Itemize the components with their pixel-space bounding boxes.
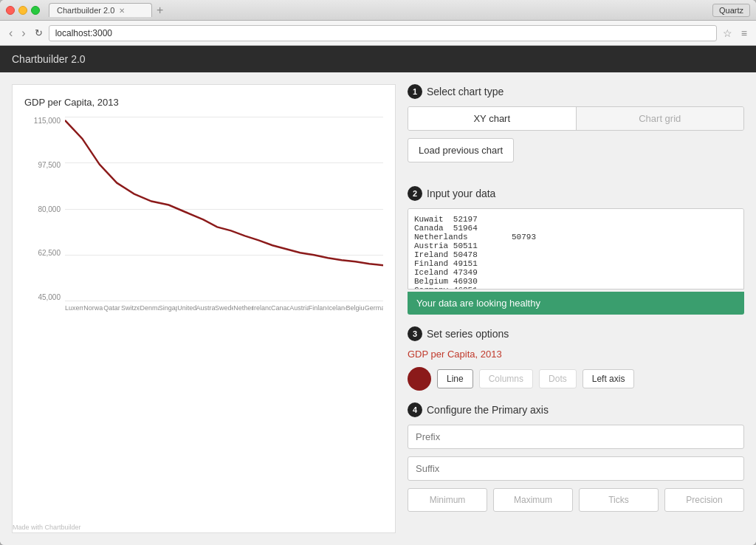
x-labels: Luxembourg Norway Qatar Switzerland Denm… [65, 301, 383, 323]
step2-header: 2 Input your data [408, 186, 744, 201]
minimum-cell[interactable]: Minimum [408, 488, 487, 512]
chart-panel: GDP per Capita, 2013 115,000 97,500 80,0… [12, 84, 396, 533]
load-previous-button[interactable]: Load previous chart [408, 138, 514, 162]
series-name: GDP per Capita, 2013 [408, 349, 744, 360]
new-tab-button[interactable]: + [154, 4, 166, 17]
precision-cell[interactable]: Precision [664, 488, 744, 512]
prefix-input[interactable] [408, 425, 744, 449]
chart-watermark: Made with Chartbuilder [13, 524, 81, 531]
y-label-4: 62,500 [38, 249, 61, 257]
x-label-6: United States [177, 304, 196, 312]
chart-body [65, 117, 383, 301]
title-bar: Chartbuilder 2.0 ✕ + Quartz [0, 0, 756, 21]
app-title: Chartbuilder 2.0 [12, 53, 86, 65]
step4-title: Configure the Primary axis [427, 404, 549, 416]
x-label-15: Belgium [346, 304, 364, 312]
step2-circle: 2 [408, 186, 422, 201]
line-button[interactable]: Line [437, 369, 473, 388]
x-label-13: Finland [309, 304, 327, 312]
url-input[interactable] [49, 25, 717, 41]
series-row: Line Columns Dots Left axis [408, 367, 744, 391]
traffic-lights [6, 6, 40, 15]
main-content: GDP per Capita, 2013 115,000 97,500 80,0… [0, 72, 756, 545]
axis-row: Minimum Maximum Ticks Precision [408, 488, 744, 512]
columns-button[interactable]: Columns [479, 369, 533, 388]
tab-close-icon[interactable]: ✕ [119, 7, 125, 15]
step1-header: 1 Select chart type [408, 84, 744, 99]
step2-title: Input your data [427, 188, 495, 199]
step4-header: 4 Configure the Primary axis [408, 402, 744, 417]
x-label-10: Ireland [252, 304, 271, 312]
step3-section: 3 Set series options GDP per Capita, 201… [408, 326, 744, 391]
step3-header: 3 Set series options [408, 326, 744, 341]
bookmark-icon[interactable]: ☆ [720, 26, 735, 41]
nav-bar: ‹ › ↻ ☆ ≡ [0, 21, 756, 46]
left-axis-button[interactable]: Left axis [583, 369, 635, 388]
maximize-button[interactable] [31, 6, 40, 15]
chart-type-row: XY chart Chart grid [408, 106, 744, 131]
step3-circle: 3 [408, 326, 422, 341]
chart-line-svg [65, 117, 383, 301]
x-label-4: Denmark [140, 304, 158, 312]
refresh-button[interactable]: ↻ [32, 26, 46, 40]
quartz-button[interactable]: Quartz [712, 4, 750, 17]
ticks-cell[interactable]: Ticks [579, 488, 659, 512]
xy-chart-button[interactable]: XY chart [408, 107, 576, 130]
chart-title: GDP per Capita, 2013 [24, 97, 383, 108]
tab-title: Chartbuilder 2.0 [57, 6, 114, 15]
x-label-5: Singapore [159, 304, 177, 312]
forward-button[interactable]: › [18, 25, 28, 41]
data-status: Your data are looking healthy [408, 292, 744, 315]
right-panel: 1 Select chart type XY chart Chart grid … [396, 72, 756, 545]
color-swatch[interactable] [408, 367, 431, 391]
x-label-0: Luxembourg [65, 304, 83, 312]
dots-button[interactable]: Dots [539, 369, 577, 388]
minimize-button[interactable] [18, 6, 27, 15]
back-button[interactable]: ‹ [6, 25, 16, 41]
y-label-3: 80,000 [38, 205, 61, 213]
menu-icon[interactable]: ≡ [738, 26, 750, 41]
step1-circle: 1 [408, 84, 422, 99]
step4-section: 4 Configure the Primary axis Minimum Max… [408, 402, 744, 512]
y-label-5: 45,000 [38, 293, 61, 301]
y-axis: 115,000 97,500 80,000 62,500 45,000 [24, 117, 65, 301]
close-button[interactable] [6, 6, 15, 15]
y-label-1: 115,000 [34, 117, 61, 125]
x-label-12: Austria [289, 304, 308, 312]
maximum-cell[interactable]: Maximum [493, 488, 573, 512]
step1-title: Select chart type [427, 86, 504, 97]
x-label-3: Switzerland [121, 304, 140, 312]
app-header: Chartbuilder 2.0 [0, 46, 756, 72]
step2-section: 2 Input your data Kuwait 52197 Canada 51… [408, 186, 744, 315]
x-label-16: Germany [365, 304, 383, 312]
x-label-1: Norway [83, 304, 102, 312]
x-label-9: Netherlands [233, 304, 252, 312]
chart-polyline [65, 120, 383, 265]
chart-grid-button[interactable]: Chart grid [577, 107, 744, 130]
chart-area: 115,000 97,500 80,000 62,500 45,000 [24, 117, 383, 323]
step4-circle: 4 [408, 402, 422, 417]
x-label-14: Iceland [327, 304, 346, 312]
x-label-11: Canada [271, 304, 289, 312]
data-textarea[interactable]: Kuwait 52197 Canada 51964 Netherlands 50… [408, 208, 744, 289]
step3-title: Set series options [427, 328, 509, 340]
x-label-8: Sweden [215, 304, 233, 312]
step1-section: 1 Select chart type XY chart Chart grid … [408, 84, 744, 174]
x-label-7: Australia [196, 304, 215, 312]
tab-bar: Chartbuilder 2.0 ✕ + [49, 3, 709, 17]
y-label-2: 97,500 [38, 161, 61, 169]
suffix-input[interactable] [408, 456, 744, 481]
browser-window: Chartbuilder 2.0 ✕ + Quartz ‹ › ↻ ☆ ≡ Ch… [0, 0, 756, 545]
x-label-2: Qatar [103, 304, 121, 312]
browser-tab[interactable]: Chartbuilder 2.0 ✕ [49, 3, 152, 17]
